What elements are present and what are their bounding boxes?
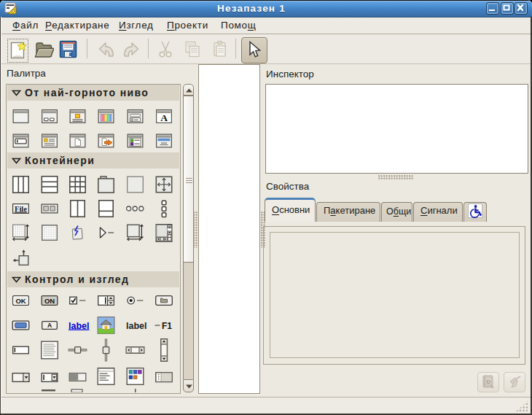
svg-text:F1: F1 (162, 321, 172, 331)
svg-text:A: A (160, 112, 168, 123)
svg-text:A: A (47, 322, 52, 329)
svg-text:File: File (15, 205, 27, 213)
svg-text:D: D (487, 379, 491, 385)
svg-text:ON: ON (44, 297, 55, 305)
svg-text:OK: OK (15, 297, 26, 305)
svg-text:label: label (126, 321, 147, 331)
svg-text:label: label (69, 321, 90, 331)
